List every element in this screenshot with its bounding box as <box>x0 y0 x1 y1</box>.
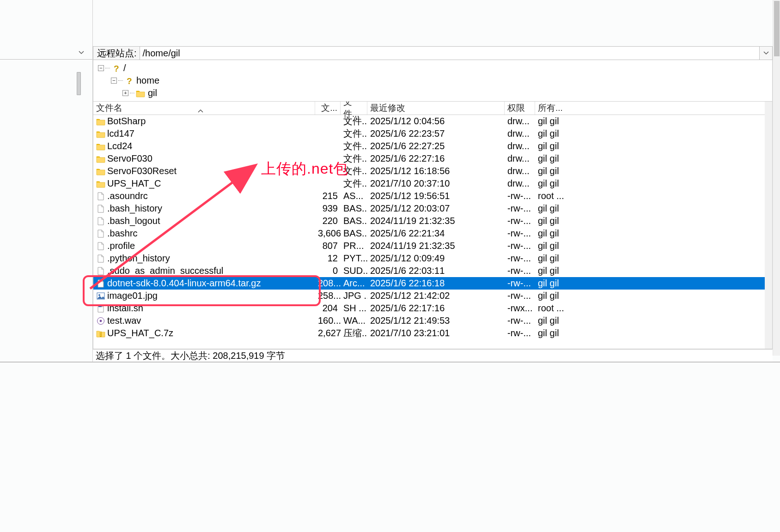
file-type-cell: 文件... <box>341 152 367 165</box>
file-size-cell: 208... <box>315 277 341 290</box>
file-icon <box>96 279 105 288</box>
file-mtime-cell: 2021/7/10 20:37:10 <box>367 177 505 190</box>
file-size-cell: 0 <box>315 265 341 277</box>
file-mtime-cell: 2025/1/12 19:56:51 <box>367 190 505 202</box>
file-row[interactable]: UPS_HAT_C文件...2021/7/10 20:37:10drw...gi… <box>93 177 772 190</box>
column-header-name[interactable]: 文件名 <box>93 102 315 115</box>
file-owner-cell: gil gil <box>535 140 772 152</box>
file-name-label: image01.jpg <box>107 290 158 302</box>
tree-node-root[interactable]: − / <box>98 62 772 74</box>
column-header-type[interactable]: 文件... <box>341 102 367 115</box>
file-mtime-cell: 2025/1/6 22:16:18 <box>367 277 505 290</box>
file-name-cell: .python_history <box>93 252 315 265</box>
file-row[interactable]: .bash_history939BAS...2025/1/12 20:03:07… <box>93 202 772 215</box>
file-size-cell: 3,606 <box>315 227 341 240</box>
file-name-cell: lcd147 <box>93 127 315 140</box>
file-name-cell: .bash_logout <box>93 215 315 227</box>
file-mtime-cell: 2025/1/6 22:23:57 <box>367 127 505 140</box>
file-size-cell: 258... <box>315 290 341 302</box>
file-size-cell: 204 <box>315 302 341 314</box>
file-name-label: Lcd24 <box>107 140 133 152</box>
question-folder-icon <box>124 77 134 85</box>
file-name-label: .bash_logout <box>107 215 160 227</box>
file-icon <box>96 267 105 275</box>
audio-icon <box>96 317 105 325</box>
file-mtime-cell: 2025/1/12 16:18:56 <box>367 165 505 177</box>
file-owner-cell: gil gil <box>535 165 772 177</box>
file-perm-cell: drw... <box>505 165 535 177</box>
file-row[interactable]: .asoundrc215AS...2025/1/12 19:56:51-rw-.… <box>93 190 772 202</box>
file-perm-cell: -rw-... <box>505 327 535 339</box>
file-row[interactable]: .python_history12PYT...2025/1/12 0:09:49… <box>93 252 772 265</box>
column-header-mtime[interactable]: 最近修改 <box>367 102 505 115</box>
file-owner-cell: root ... <box>535 190 772 202</box>
file-row[interactable]: .profile807PR...2024/11/19 21:32:35-rw-.… <box>93 240 772 252</box>
file-row[interactable]: ServoF030Reset文件...2025/1/12 16:18:56drw… <box>93 165 772 177</box>
file-perm-cell: -rw-... <box>505 290 535 302</box>
tree-collapse-icon[interactable]: − <box>98 65 104 71</box>
file-owner-cell: gil gil <box>535 265 772 277</box>
folder-icon <box>96 142 105 151</box>
file-name-label: UPS_HAT_C.7z <box>107 327 173 339</box>
scrollbar-thumb[interactable] <box>774 1 780 56</box>
column-header-owner[interactable]: 所有... <box>535 102 772 115</box>
file-type-cell: 文件... <box>341 127 367 140</box>
file-type-cell: SH ... <box>341 302 367 314</box>
file-icon <box>96 192 105 200</box>
file-mtime-cell: 2025/1/12 0:09:49 <box>367 252 505 265</box>
file-perm-cell: -rw-... <box>505 314 535 327</box>
file-row[interactable]: Lcd24文件...2025/1/6 22:27:25drw...gil gil <box>93 140 772 152</box>
file-size-cell: 807 <box>315 240 341 252</box>
file-perm-cell: drw... <box>505 177 535 190</box>
file-type-cell: SUD... <box>341 265 367 277</box>
file-name-label: BotSharp <box>107 115 146 127</box>
tree-expand-icon[interactable]: + <box>122 90 128 96</box>
file-name-label: .bash_history <box>107 202 162 215</box>
file-row[interactable]: image01.jpg258...JPG ...2025/1/12 21:42:… <box>93 290 772 302</box>
column-header-size[interactable]: 文... <box>315 102 341 115</box>
remote-path-input[interactable]: /home/gil <box>140 47 759 60</box>
file-row[interactable]: BotSharp文件...2025/1/12 0:04:56drw...gil … <box>93 115 772 127</box>
file-perm-cell: -rw-... <box>505 240 535 252</box>
window-scrollbar[interactable] <box>773 0 780 356</box>
file-perm-cell: -rw-... <box>505 215 535 227</box>
local-path-dropdown[interactable] <box>76 47 87 58</box>
file-perm-cell: -rwx... <box>505 302 535 314</box>
file-name-cell: dotnet-sdk-8.0.404-linux-arm64.tar.gz <box>93 277 315 290</box>
tree-node-gil[interactable]: + gil <box>98 87 772 99</box>
file-type-cell: AS... <box>341 190 367 202</box>
column-header-perm[interactable]: 权限 <box>505 102 535 115</box>
file-row[interactable]: .bashrc3,606BAS...2025/1/6 22:21:34-rw-.… <box>93 227 772 240</box>
file-perm-cell: -rw-... <box>505 202 535 215</box>
file-type-cell: 文件... <box>341 140 367 152</box>
file-perm-cell: -rw-... <box>505 190 535 202</box>
file-owner-cell: gil gil <box>535 227 772 240</box>
file-name-label: .bashrc <box>107 227 138 240</box>
folder-icon <box>96 180 105 188</box>
file-mtime-cell: 2024/11/19 21:32:35 <box>367 240 505 252</box>
file-row[interactable]: ServoF030文件...2025/1/6 22:27:16drw...gil… <box>93 152 772 165</box>
file-size-cell: 215 <box>315 190 341 202</box>
file-name-cell: image01.jpg <box>93 290 315 302</box>
archive-icon <box>96 329 105 338</box>
tree-collapse-icon[interactable]: − <box>111 78 117 84</box>
file-mtime-cell: 2025/1/12 20:03:07 <box>367 202 505 215</box>
tree-node-home[interactable]: − home <box>98 74 772 87</box>
file-row[interactable]: test.wav160...WA...2025/1/12 21:49:53-rw… <box>93 314 772 327</box>
file-row[interactable]: UPS_HAT_C.7z2,627压缩...2021/7/10 23:21:01… <box>93 327 772 339</box>
panel-splitter[interactable] <box>77 72 81 95</box>
file-mtime-cell: 2021/7/10 23:21:01 <box>367 327 505 339</box>
file-row[interactable]: .bash_logout220BAS...2024/11/19 21:32:35… <box>93 215 772 227</box>
file-type-cell: WA... <box>341 314 367 327</box>
file-name-label: dotnet-sdk-8.0.404-linux-arm64.tar.gz <box>107 277 261 290</box>
file-row[interactable]: dotnet-sdk-8.0.404-linux-arm64.tar.gz208… <box>93 277 772 290</box>
file-row[interactable]: install.sh204SH ...2025/1/6 22:17:16-rwx… <box>93 302 772 314</box>
file-type-cell: BAS... <box>341 227 367 240</box>
folder-icon <box>96 130 105 138</box>
file-row[interactable]: .sudo_as_admin_successful0SUD...2025/1/6… <box>93 265 772 277</box>
file-list-scrollbar[interactable] <box>765 102 772 349</box>
file-row[interactable]: lcd147文件...2025/1/6 22:23:57drw...gil gi… <box>93 127 772 140</box>
file-type-cell: 文件... <box>341 165 367 177</box>
remote-path-dropdown[interactable] <box>759 47 772 60</box>
file-mtime-cell: 2025/1/6 22:27:16 <box>367 152 505 165</box>
